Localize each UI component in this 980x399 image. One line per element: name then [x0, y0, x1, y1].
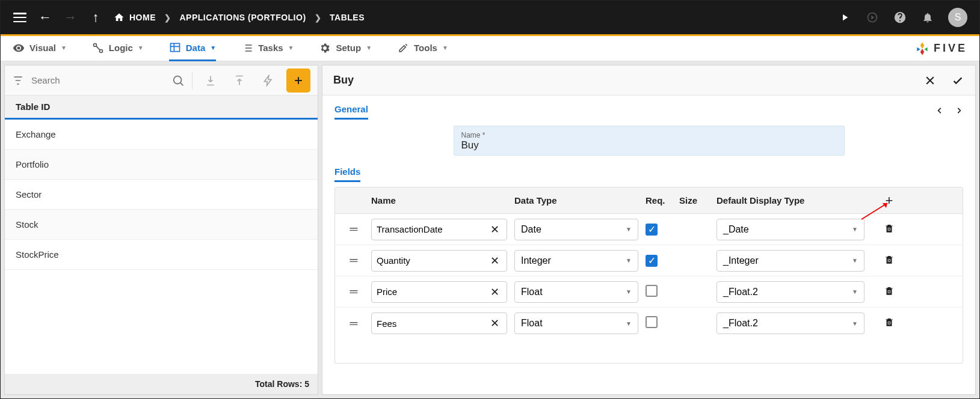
trash-icon: [884, 254, 895, 265]
run-button[interactable]: [837, 10, 852, 25]
svg-point-4: [174, 76, 182, 84]
save-button[interactable]: [951, 74, 964, 87]
field-name-input[interactable]: ✕: [371, 281, 507, 303]
field-display-select[interactable]: _Float.2▼: [717, 312, 864, 334]
menu-setup-label: Setup: [336, 43, 361, 53]
name-field-label: Name *: [461, 131, 837, 139]
tab-prev-button[interactable]: [935, 106, 944, 117]
brand-logo: FIVE: [914, 41, 967, 56]
name-field[interactable]: Name * Buy: [454, 126, 845, 156]
clear-icon[interactable]: ✕: [488, 254, 502, 267]
hamburger-menu-button[interactable]: [13, 10, 27, 25]
add-field-button[interactable]: +: [886, 193, 893, 209]
help-button[interactable]: [893, 10, 907, 25]
download-icon: [205, 75, 217, 87]
preview-icon: [866, 11, 878, 23]
table-row[interactable]: Stock: [5, 210, 318, 240]
chevron-left-icon: [935, 106, 944, 115]
breadcrumb: HOME ❯ APPLICATIONS (PORTFOLIO) ❯ TABLES: [114, 12, 365, 23]
bolt-button[interactable]: [257, 70, 279, 91]
field-type-select[interactable]: Integer▼: [514, 250, 638, 272]
table-list-header[interactable]: Table ID: [5, 96, 318, 120]
tab-general[interactable]: General: [334, 104, 368, 120]
tab-next-button[interactable]: [955, 106, 963, 117]
table-row[interactable]: Sector: [5, 180, 318, 210]
field-required-checkbox[interactable]: [646, 316, 658, 328]
menu-visual[interactable]: Visual▼: [13, 36, 67, 61]
breadcrumb-tables[interactable]: TABLES: [330, 13, 365, 22]
field-required-checkbox[interactable]: ✓: [646, 224, 658, 236]
field-name-input[interactable]: ✕: [371, 312, 507, 334]
field-type-select[interactable]: Float▼: [514, 281, 638, 303]
field-type-select[interactable]: Float▼: [514, 312, 638, 334]
import-button[interactable]: [200, 70, 221, 91]
field-row: ═ ✕ Date▼ ✓ _Date▼: [335, 214, 963, 245]
trash-icon: [884, 223, 895, 234]
drag-handle[interactable]: ═: [335, 285, 371, 298]
detail-panel: Buy General Name * B: [322, 65, 976, 395]
brand-label: FIVE: [934, 42, 967, 55]
field-name-input[interactable]: ✕: [371, 219, 507, 240]
chevron-right-icon: ❯: [315, 13, 322, 22]
field-type-select[interactable]: Date▼: [514, 219, 638, 240]
table-row[interactable]: Portfolio: [5, 150, 318, 180]
menu-data-label: Data: [186, 43, 206, 53]
search-icon[interactable]: [171, 74, 185, 87]
fields-grid-header: Name Data Type Req. Size Default Display…: [335, 187, 963, 214]
drag-handle[interactable]: ═: [335, 223, 371, 236]
subtab-fields[interactable]: Fields: [334, 166, 360, 182]
delete-field-button[interactable]: [884, 285, 895, 299]
clear-icon[interactable]: ✕: [488, 285, 502, 299]
field-required-checkbox[interactable]: ✓: [646, 255, 658, 267]
clear-icon[interactable]: ✕: [488, 223, 502, 236]
delete-field-button[interactable]: [884, 223, 895, 236]
menu-data[interactable]: Data▼: [169, 36, 216, 61]
field-required-checkbox[interactable]: [646, 285, 658, 297]
user-avatar[interactable]: S: [948, 8, 967, 27]
drag-handle[interactable]: ═: [335, 254, 371, 267]
svg-rect-3: [170, 43, 179, 51]
export-button[interactable]: [229, 70, 250, 91]
footer-label: Total Rows:: [255, 379, 302, 389]
close-icon: [924, 75, 936, 87]
preview-button[interactable]: [865, 10, 880, 25]
bolt-icon: [262, 75, 274, 87]
clear-icon[interactable]: ✕: [488, 317, 502, 330]
search-input[interactable]: [31, 75, 164, 85]
cancel-button[interactable]: [923, 74, 937, 87]
add-table-button[interactable]: [286, 69, 310, 93]
delete-field-button[interactable]: [884, 317, 895, 330]
table-row[interactable]: Exchange: [5, 120, 318, 150]
name-field-value: Buy: [461, 139, 837, 151]
table-list-footer: Total Rows: 5: [5, 374, 318, 394]
menu-setup[interactable]: Setup▼: [319, 36, 372, 61]
breadcrumb-applications[interactable]: APPLICATIONS (PORTFOLIO): [180, 13, 306, 22]
play-icon: [839, 12, 850, 23]
field-display-select[interactable]: _Float.2▼: [717, 281, 864, 303]
breadcrumb-home[interactable]: HOME: [114, 12, 156, 23]
nav-back-button[interactable]: ←: [38, 10, 52, 25]
notifications-button[interactable]: [920, 10, 935, 25]
home-icon: [114, 12, 125, 23]
menu-bar: Visual▼ Logic▼ Data▼ Tasks▼ Setup▼ Tools…: [1, 36, 979, 61]
col-header-name: Name: [371, 195, 514, 206]
menu-logic[interactable]: Logic▼: [92, 36, 144, 61]
filter-icon[interactable]: [12, 75, 24, 87]
menu-tasks[interactable]: Tasks▼: [241, 36, 294, 61]
upload-icon: [233, 75, 245, 87]
field-display-select[interactable]: _Integer▼: [717, 250, 864, 272]
field-display-select[interactable]: _Date▼: [717, 219, 864, 240]
field-name-input[interactable]: ✕: [371, 250, 507, 272]
menu-tools[interactable]: Tools▼: [397, 36, 448, 61]
help-icon: [893, 11, 907, 24]
eye-icon: [13, 42, 25, 54]
drag-handle[interactable]: ═: [335, 317, 371, 330]
nav-forward-button[interactable]: →: [63, 10, 78, 25]
nav-up-button[interactable]: ↑: [88, 10, 103, 25]
gear-icon: [319, 42, 331, 54]
footer-count: 5: [304, 379, 309, 389]
trash-icon: [884, 285, 895, 296]
chevron-right-icon: ❯: [164, 13, 171, 22]
table-row[interactable]: StockPrice: [5, 240, 318, 270]
delete-field-button[interactable]: [884, 254, 895, 267]
